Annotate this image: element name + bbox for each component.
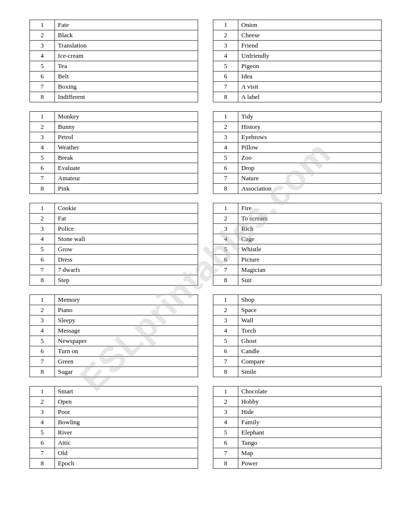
row-word: Idea (238, 72, 382, 82)
row-group-3: 1Cookie2Fat3Police4Stone wall5Grow6Dress… (29, 203, 382, 286)
table-row: 77 dwarfs (30, 265, 198, 275)
row-word: Step (55, 275, 198, 286)
row-number: 6 (213, 346, 238, 357)
word-table-9: 1Smart2Open3Poor4Bowling5River6Attic7Old… (29, 386, 198, 469)
table-row: 1Fate (30, 20, 198, 30)
word-table-4: 1Tidy2History3Eyebrows4Pillow5Zoo6Drop7N… (213, 111, 382, 194)
table-row: 8Epoch (30, 459, 198, 469)
row-word: Elephant (238, 428, 382, 438)
row-word: Hobby (238, 397, 382, 407)
row-word: Cage (238, 234, 382, 244)
page-layout: 1Fate2Black3Translation4Ice-cream5Tea6Be… (29, 20, 382, 469)
row-word: Friend (238, 41, 382, 51)
row-word: Stone wall (55, 234, 198, 244)
row-word: Rich (238, 224, 382, 234)
row-number: 1 (30, 203, 55, 214)
row-word: Fire (238, 203, 382, 214)
table-row: 1Smart (30, 387, 198, 397)
row-word: Indifferent (55, 92, 198, 102)
row-word: Tea (55, 61, 198, 72)
row-number: 2 (213, 214, 238, 224)
table-row: 6Belt (30, 72, 198, 82)
row-word: Magician (238, 265, 382, 275)
word-table-1: 1Fate2Black3Translation4Ice-cream5Tea6Be… (29, 20, 198, 102)
row-word: Unfriendly (238, 51, 382, 61)
row-word: Eyebrows (238, 132, 382, 143)
row-number: 2 (30, 214, 55, 224)
row-number: 5 (213, 336, 238, 346)
row-word: Space (238, 305, 382, 315)
table-row: 2Fat (30, 214, 198, 224)
row-number: 5 (30, 336, 55, 346)
table-row: 5Ghost (213, 336, 382, 346)
row-number: 4 (30, 143, 55, 153)
row-number: 6 (30, 346, 55, 357)
row-number: 7 (30, 82, 55, 92)
table-row: 4Pillow (213, 143, 382, 153)
row-number: 4 (213, 417, 238, 428)
table-row: 4Unfriendly (213, 51, 382, 61)
row-number: 4 (213, 234, 238, 244)
row-word: Sleepy (55, 315, 198, 326)
row-number: 2 (213, 122, 238, 132)
table-row: 4Stone wall (30, 234, 198, 244)
row-word: Bunny (55, 122, 198, 132)
row-number: 1 (213, 387, 238, 397)
row-word: Sugar (55, 367, 198, 377)
table-row: 2Black (30, 30, 198, 41)
row-number: 3 (213, 132, 238, 143)
table-row: 1Memory (30, 295, 198, 305)
row-word: Tango (238, 438, 382, 448)
table-row: 6Tango (213, 438, 382, 448)
table-row: 5Elephant (213, 428, 382, 438)
table-row: 6Turn on (30, 346, 198, 357)
row-number: 8 (30, 459, 55, 469)
row-number: 8 (30, 92, 55, 102)
row-word: Epoch (55, 459, 198, 469)
row-number: 8 (213, 92, 238, 102)
table-row: 3Poor (30, 407, 198, 417)
row-word: Turn on (55, 346, 198, 357)
table-row: 8A label (213, 92, 382, 102)
table-row: 3Eyebrows (213, 132, 382, 143)
row-word: Newspaper (55, 336, 198, 346)
row-number: 4 (30, 417, 55, 428)
row-word: Zoo (238, 153, 382, 163)
row-number: 1 (30, 112, 55, 122)
row-word: To scream (238, 214, 382, 224)
table-row: 7Green (30, 357, 198, 367)
row-number: 6 (213, 255, 238, 265)
table-row: 3Translation (30, 41, 198, 51)
row-word: Smile (238, 367, 382, 377)
table-row: 2History (213, 122, 382, 132)
row-number: 7 (30, 265, 55, 275)
row-number: 5 (213, 153, 238, 163)
row-number: 6 (30, 163, 55, 173)
row-word: Boxing (55, 82, 198, 92)
table-row: 4Bowling (30, 417, 198, 428)
row-number: 5 (30, 61, 55, 72)
row-number: 4 (30, 234, 55, 244)
table-row: 8Indifferent (30, 92, 198, 102)
row-word: A label (238, 92, 382, 102)
row-number: 2 (213, 30, 238, 41)
row-word: Evaluate (55, 163, 198, 173)
table-row: 3Petrol (30, 132, 198, 143)
table-row: 1Fire (213, 203, 382, 214)
table-row: 6Dress (30, 255, 198, 265)
row-number: 7 (30, 357, 55, 367)
table-row: 3Rich (213, 224, 382, 234)
table-row: 3Wall (213, 315, 382, 326)
table-row: 6Picture (213, 255, 382, 265)
row-number: 7 (213, 448, 238, 459)
row-number: 3 (30, 224, 55, 234)
row-word: Ice-cream (55, 51, 198, 61)
row-word: History (238, 122, 382, 132)
row-word: Fat (55, 214, 198, 224)
row-number: 7 (213, 173, 238, 184)
table-row: 8Step (30, 275, 198, 286)
row-word: Cookie (55, 203, 198, 214)
row-word: 7 dwarfs (55, 265, 198, 275)
row-number: 1 (213, 112, 238, 122)
table-row: 5Newspaper (30, 336, 198, 346)
